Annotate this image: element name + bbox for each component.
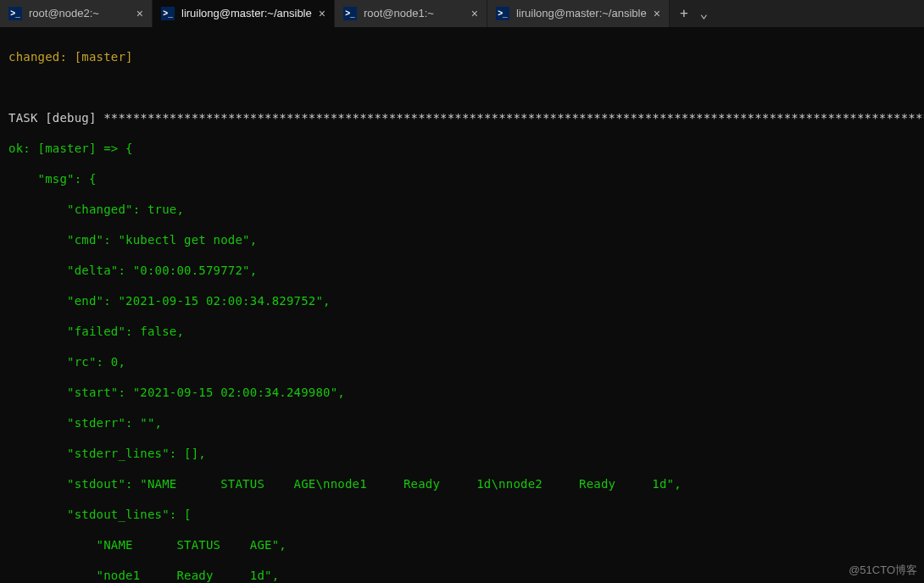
tab-title: root@node1:~	[364, 6, 434, 21]
msg-rc: "rc": 0,	[8, 354, 916, 369]
close-icon[interactable]: ×	[654, 8, 660, 19]
msg-open: "msg": {	[8, 171, 916, 186]
task-label: TASK [debug]	[8, 111, 103, 125]
close-icon[interactable]: ×	[136, 8, 143, 19]
changed-host: [master]	[75, 50, 133, 64]
tab-master-ansible-active[interactable]: >_ liruilong@master:~/ansible ×	[153, 0, 335, 27]
powershell-icon: >_	[8, 7, 22, 20]
tab-bar: >_ root@node2:~ × >_ liruilong@master:~/…	[0, 0, 924, 27]
terminal-output[interactable]: changed: [master] TASK [debug] *********…	[0, 27, 924, 583]
msg-stdout-line2: "node1 Ready 1d",	[8, 568, 916, 583]
msg-stderr: "stderr": "",	[8, 415, 916, 430]
new-tab-button[interactable]: +	[680, 6, 688, 21]
msg-stdout-line1: "NAME STATUS AGE",	[8, 537, 916, 552]
msg-failed: "failed": false,	[8, 324, 916, 339]
watermark: @51CTO博客	[849, 563, 917, 578]
msg-changed: "changed": true,	[8, 202, 916, 217]
ok-host: [master]	[38, 142, 97, 155]
msg-delta: "delta": "0:00:00.579772",	[8, 263, 916, 278]
powershell-icon: >_	[496, 7, 509, 20]
close-icon[interactable]: ×	[319, 8, 326, 19]
tab-node1[interactable]: >_ root@node1:~ ×	[335, 0, 487, 27]
close-icon[interactable]: ×	[471, 8, 478, 19]
tab-title: liruilong@master:~/ansible	[516, 6, 647, 21]
tab-master-ansible[interactable]: >_ liruilong@master:~/ansible ×	[487, 0, 670, 27]
ok-label: ok:	[8, 142, 38, 155]
msg-start: "start": "2021-09-15 02:00:34.249980",	[8, 385, 916, 400]
task-stars: ****************************************…	[103, 111, 924, 125]
msg-end: "end": "2021-09-15 02:00:34.829752",	[8, 293, 916, 308]
tab-controls: + ⌄	[670, 6, 718, 21]
changed-label: changed:	[8, 50, 75, 64]
msg-cmd: "cmd": "kubectl get node",	[8, 232, 916, 247]
tab-title: liruilong@master:~/ansible	[181, 6, 312, 21]
msg-stderr-lines: "stderr_lines": [],	[8, 446, 916, 461]
msg-stdout-lines-open: "stdout_lines": [	[8, 507, 916, 522]
powershell-icon: >_	[343, 7, 357, 20]
tab-node2[interactable]: >_ root@node2:~ ×	[0, 0, 153, 27]
powershell-icon: >_	[161, 7, 175, 20]
msg-stdout: "stdout": "NAME STATUS AGE\nnode1 Ready …	[8, 476, 916, 491]
ok-arrow: => {	[97, 142, 133, 155]
tab-dropdown-button[interactable]: ⌄	[700, 6, 709, 21]
tab-title: root@node2:~	[29, 6, 99, 21]
